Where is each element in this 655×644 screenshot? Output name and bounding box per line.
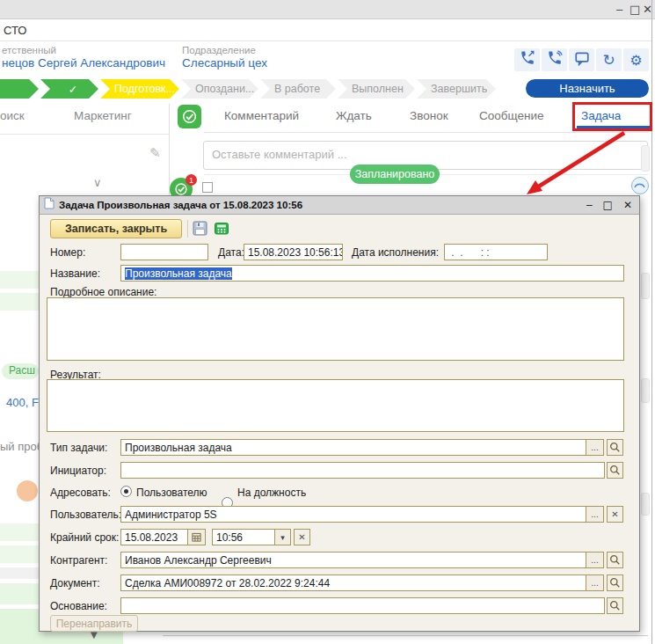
responsible-link[interactable]: нецов Сергей Александрович [2,56,165,70]
feed-item-checkbox[interactable] [202,182,213,193]
date-field[interactable]: 15.08.2023 10:56:13 [244,244,343,260]
counterparty-search-button[interactable] [607,552,623,568]
header-divider [0,40,651,41]
result-textarea[interactable] [47,379,624,432]
bottom-row-fragment [0,632,123,644]
scrollbar-fragment[interactable] [641,273,650,299]
link-text-fragment[interactable]: 400, F [6,396,40,409]
terminal-icon[interactable] [214,221,229,239]
stage-segment-finish[interactable]: Завершить [417,79,496,99]
dialog-minimize-button[interactable]: – [586,199,593,211]
comment-placeholder: Оставьте комментарий ... [212,148,347,161]
deadline-clear-button[interactable]: ✕ [294,529,310,545]
refresh-button[interactable]: ↻ [596,48,622,71]
deadline-time-value: 10:56 [216,531,243,544]
user-value: Администратор 5S [125,509,217,521]
task-status-icon [178,105,201,128]
calendar-button[interactable] [187,530,205,545]
stage-segment-2[interactable]: ✓ [40,79,98,99]
user-label: Пользователь: [50,509,121,521]
dialog-title: Задача Произвольная задача от 15.08.2023… [59,200,576,210]
assign-button[interactable]: Назначить [526,79,649,98]
counterparty-value: Иванов Александр Сергеевич [125,554,272,567]
department-link[interactable]: Слесарный цех [182,56,267,70]
dialog-close-button[interactable]: ✕ [623,199,632,211]
label-text-fragment: ый проб [0,440,39,453]
tab-message[interactable]: Сообщение [479,109,543,122]
dialog-titlebar[interactable]: Задача Произвольная задача от 15.08.2023… [40,196,639,215]
save-close-button[interactable]: Записать, закрыть [50,219,182,238]
avatar-fragment [17,480,38,501]
window-minimize-button[interactable]: – [616,3,622,16]
task-type-field[interactable]: Произвольная задача ... [120,439,604,456]
basis-field[interactable] [120,597,605,614]
initiator-search-button[interactable] [607,462,623,479]
dialog-maximize-button[interactable]: □ [603,199,613,211]
counterparty-field[interactable]: Иванов Александр Сергеевич ... [120,552,604,568]
user-clear-button[interactable]: ✕ [607,506,623,523]
left-tabs-underline [0,134,169,135]
save-icon[interactable] [193,221,207,239]
list-row-fragment [0,583,39,604]
ellipsis-button[interactable]: ... [586,553,603,567]
notification-badge: 1 [186,174,197,186]
task-type-label: Тип задачи: [50,442,107,454]
radio-user-label[interactable]: Пользователю [136,487,207,499]
stage-segment-late[interactable]: Опоздани... [181,79,258,99]
tab-search[interactable]: оиск [0,109,25,122]
pencil-icon[interactable]: ✎ [149,145,161,161]
scrollbar-fragment[interactable] [641,145,650,172]
initiator-field[interactable] [120,462,605,479]
outgoing-call-icon [520,50,535,70]
ringing-call-button[interactable] [542,48,567,71]
initiator-label: Инициатор: [50,465,106,477]
feed-avatar-icon [631,177,649,194]
settings-button[interactable]: ⚙ [623,48,649,71]
radio-user[interactable] [120,486,132,497]
basis-label: Основание: [50,600,107,612]
ellipsis-button[interactable]: ... [586,440,603,455]
document-icon [44,197,55,213]
description-textarea[interactable] [47,297,624,361]
list-row-fragment [0,293,39,311]
name-field[interactable]: Произвольная задача [120,265,624,282]
user-field[interactable]: Администратор 5S ... [120,506,604,523]
scrollbar-fragment[interactable] [641,493,650,516]
stage-segment-preparation[interactable]: Подготовк... [100,79,179,99]
ellipsis-button[interactable]: ... [586,507,603,522]
outgoing-call-button[interactable] [514,48,540,71]
exec-date-field[interactable]: . . : : [444,244,548,260]
stage-segment-in-progress[interactable]: В работе [260,79,336,99]
task-type-open-button[interactable] [607,439,623,456]
expanded-pill-fragment: Расш [2,363,39,379]
tab-marketing[interactable]: Маркетинг [74,109,132,122]
number-field[interactable] [120,244,208,260]
panel-divider [169,104,170,195]
deadline-date-value: 15.08.2023 [125,531,178,544]
redirect-button[interactable]: Перенаправить [50,615,138,632]
scrollbar-fragment[interactable] [641,378,650,403]
chat-button[interactable] [569,48,594,71]
radio-position-label[interactable]: На должность [237,487,306,499]
deadline-date-field[interactable]: 15.08.2023 [120,529,206,545]
window-maximize-button[interactable]: □ [630,3,640,16]
task-dialog: Задача Произвольная задача от 15.08.2023… [39,195,640,632]
chevron-down-icon[interactable]: ∨ [93,176,102,189]
ringing-call-icon [547,50,563,70]
basis-search-button[interactable] [607,597,623,614]
department-label: Подразделение [182,45,256,55]
tab-call[interactable]: Звонок [410,109,448,122]
tabs-underline [204,132,648,133]
toolbar-divider [187,220,188,238]
document-field[interactable]: Сделка АМИ008972 от 28.02.2022 9:24:44 .… [120,574,604,591]
document-search-button[interactable] [607,574,623,591]
document-value: Сделка АМИ008972 от 28.02.2022 9:24:44 [125,577,330,589]
ellipsis-button[interactable]: ... [586,575,603,590]
time-dropdown-button[interactable]: ▾ [274,530,290,545]
stage-segment-done[interactable]: Выполнен [338,79,415,99]
list-row-fragment [0,545,39,563]
tab-wait[interactable]: Ждать [336,109,372,122]
stage-segment-1[interactable] [0,79,39,99]
deadline-time-field[interactable]: 10:56 ▾ [212,529,291,545]
tab-comment[interactable]: Комментарий [224,109,299,122]
